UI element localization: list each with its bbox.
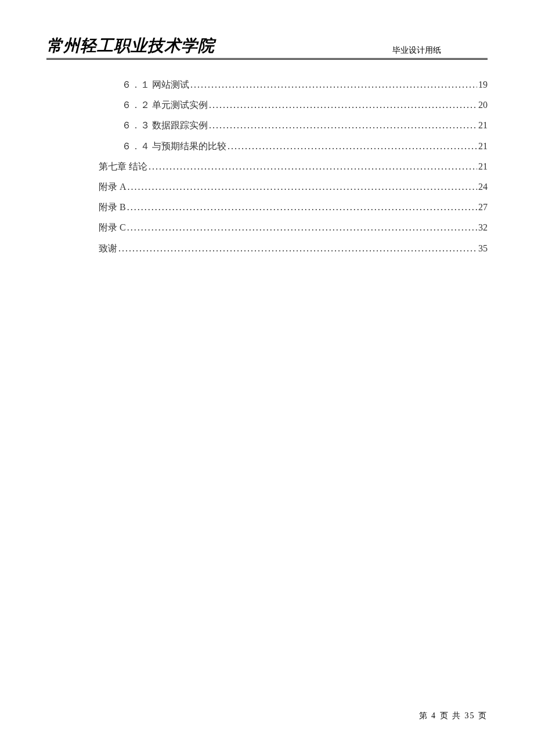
toc-entry-label: ６．１ 网站测试 bbox=[122, 74, 189, 95]
toc-entry-label: 第七章 结论 bbox=[99, 156, 147, 177]
toc-entry: ６．４ 与预期结果的比较 21 bbox=[122, 136, 488, 156]
toc-entry-page: 35 bbox=[478, 238, 488, 258]
toc-entry: 附录 B 27 bbox=[99, 197, 488, 217]
footer-current-page: 4 bbox=[431, 711, 436, 720]
footer-prefix: 第 bbox=[419, 711, 428, 720]
footer-suffix: 页 bbox=[478, 711, 488, 720]
toc-entry-page: 27 bbox=[478, 197, 488, 217]
page-header: 常州轻工职业技术学院 毕业设计用纸 bbox=[46, 35, 488, 59]
toc-entry-label: 附录 B bbox=[99, 197, 126, 217]
toc-entry-page: 21 bbox=[478, 115, 488, 135]
toc-entry-page: 21 bbox=[478, 156, 488, 177]
toc-dots bbox=[209, 115, 477, 135]
toc-entry-page: 19 bbox=[478, 74, 488, 95]
toc-dots bbox=[190, 74, 477, 95]
toc-entry: ６．１ 网站测试 19 bbox=[122, 74, 488, 95]
toc-dots bbox=[228, 136, 477, 156]
toc-entry-page: 20 bbox=[478, 95, 488, 115]
toc-entry: ６．３ 数据跟踪实例 21 bbox=[122, 115, 488, 135]
toc-entry: 附录 C 32 bbox=[99, 217, 488, 237]
school-name: 常州轻工职业技术学院 bbox=[46, 35, 215, 57]
toc-entry: 附录 A 24 bbox=[99, 177, 488, 197]
toc-entry: 第七章 结论 21 bbox=[99, 156, 488, 177]
paper-type-label: 毕业设计用纸 bbox=[392, 45, 488, 57]
toc-entry-label: ６．４ 与预期结果的比较 bbox=[122, 136, 226, 156]
page-footer: 第 4 页 共 35 页 bbox=[419, 711, 488, 721]
toc-dots bbox=[209, 95, 477, 115]
toc-entry-page: 32 bbox=[478, 217, 488, 237]
toc-entry-label: ６．２ 单元测试实例 bbox=[122, 95, 208, 115]
toc-entry: ６．２ 单元测试实例 20 bbox=[122, 95, 488, 115]
toc-dots bbox=[118, 238, 477, 258]
toc-dots bbox=[149, 156, 477, 177]
table-of-contents: ６．１ 网站测试 19６．２ 单元测试实例 20６．３ 数据跟踪实例 21６．４… bbox=[99, 74, 488, 258]
document-page: 常州轻工职业技术学院 毕业设计用纸 ６．１ 网站测试 19６．２ 单元测试实例 … bbox=[0, 0, 534, 756]
toc-dots bbox=[127, 217, 477, 237]
toc-dots bbox=[128, 177, 477, 197]
footer-total-pages: 35 bbox=[465, 711, 475, 720]
toc-entry-label: ６．３ 数据跟踪实例 bbox=[122, 115, 208, 135]
toc-entry-label: 附录 C bbox=[99, 217, 126, 237]
toc-entry-label: 附录 A bbox=[99, 177, 127, 197]
header-divider bbox=[46, 59, 488, 60]
footer-mid: 页 共 bbox=[440, 711, 462, 720]
toc-entry-page: 24 bbox=[478, 177, 488, 197]
toc-entry: 致谢 35 bbox=[99, 238, 488, 258]
toc-entry-label: 致谢 bbox=[99, 238, 117, 258]
toc-dots bbox=[127, 197, 477, 217]
toc-entry-page: 21 bbox=[478, 136, 488, 156]
